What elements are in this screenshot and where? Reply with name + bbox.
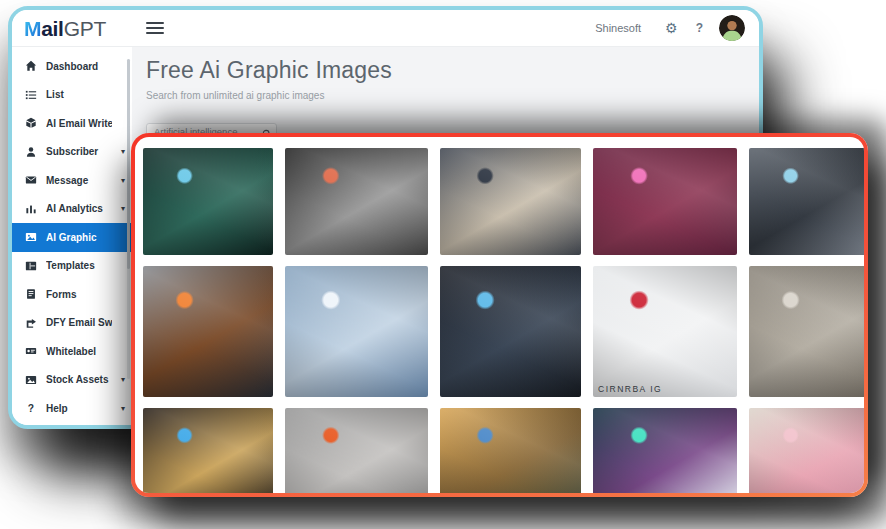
gallery-image-r3c1[interactable] bbox=[143, 408, 273, 493]
page-subtitle: Search from unlimited ai graphic images bbox=[146, 90, 745, 101]
home-icon bbox=[25, 60, 37, 72]
help-icon[interactable]: ? bbox=[696, 21, 703, 35]
sidebar-item-ai-graphic[interactable]: AI Graphic ▾ bbox=[12, 223, 132, 252]
gallery-image-r1c3[interactable] bbox=[440, 148, 581, 255]
gallery-image-r1c1[interactable] bbox=[143, 148, 273, 255]
gallery-overlay: CIRNRBA IG bbox=[131, 133, 868, 497]
sidebar-item-message[interactable]: Message ▾ bbox=[12, 166, 132, 195]
bar-chart-icon bbox=[25, 203, 37, 215]
logo-text-gpt: GPT bbox=[64, 17, 106, 40]
topbar: MailGPT Shinesoft ⚙ ? bbox=[12, 10, 759, 47]
chevron-down-icon: ▾ bbox=[121, 375, 125, 384]
list-icon bbox=[25, 89, 37, 101]
question-icon: ? bbox=[25, 402, 37, 414]
gallery-image-r2c3[interactable] bbox=[440, 266, 581, 397]
chevron-down-icon: ▾ bbox=[121, 147, 125, 156]
gallery-image-r1c5[interactable] bbox=[749, 148, 864, 255]
account-name[interactable]: Shinesoft bbox=[595, 22, 641, 34]
sidebar-item-list[interactable]: List ▾ bbox=[12, 81, 132, 110]
gallery-image-r3c4[interactable] bbox=[593, 408, 737, 493]
gallery-image-r3c5[interactable] bbox=[749, 408, 864, 493]
gallery-image-r2c2[interactable] bbox=[285, 266, 428, 397]
gallery-image-r3c2[interactable] bbox=[285, 408, 428, 493]
page: MailGPT Shinesoft ⚙ ? bbox=[0, 0, 886, 529]
cube-icon bbox=[25, 117, 37, 129]
mailgpt-logo: MailGPT bbox=[24, 18, 130, 39]
chevron-down-icon: ▾ bbox=[121, 176, 125, 185]
envelope-icon bbox=[25, 174, 37, 186]
person-icon bbox=[25, 146, 37, 158]
scrollbar-thumb[interactable] bbox=[127, 59, 130, 269]
sidebar-item-help[interactable]: ? Help ▾ bbox=[12, 394, 132, 423]
sidebar-item-forms[interactable]: Forms ▾ bbox=[12, 280, 132, 309]
settings-gear-icon[interactable]: ⚙ bbox=[665, 21, 678, 35]
page-title: Free Ai Graphic Images bbox=[146, 57, 745, 84]
image-icon bbox=[25, 231, 37, 243]
sidebar-scrollbar[interactable] bbox=[127, 59, 130, 379]
share-icon bbox=[25, 317, 37, 329]
gallery-image-r2c1[interactable] bbox=[143, 266, 273, 397]
sidebar-item-subscriber[interactable]: Subscriber ▾ bbox=[12, 138, 132, 167]
gallery-inner: CIRNRBA IG bbox=[135, 137, 864, 493]
logo-letter-m: M bbox=[24, 17, 41, 40]
sidebar-item-dashboard[interactable]: Dashboard ▾ bbox=[12, 52, 132, 81]
sidebar-nav: Dashboard ▾ List ▾ AI Email Writer ▾ Sub… bbox=[12, 52, 132, 425]
template-icon bbox=[25, 260, 37, 272]
sidebar: Dashboard ▾ List ▾ AI Email Writer ▾ Sub… bbox=[12, 47, 132, 425]
chevron-down-icon: ▾ bbox=[121, 204, 125, 213]
photo-icon bbox=[25, 374, 37, 386]
sidebar-item-bonus[interactable]: Bonus ▾ bbox=[12, 423, 132, 426]
sidebar-item-stock-assets[interactable]: Stock Assets ▾ bbox=[12, 366, 132, 395]
gallery-image-r1c4[interactable] bbox=[593, 148, 737, 255]
gallery-image-r3c3[interactable] bbox=[440, 408, 581, 493]
sidebar-item-ai-analytics[interactable]: AI Analytics ▾ bbox=[12, 195, 132, 224]
svg-text:?: ? bbox=[28, 403, 34, 414]
tile-caption: CIRNRBA IG bbox=[598, 384, 662, 394]
gallery-image-r2c4[interactable]: CIRNRBA IG bbox=[593, 266, 737, 397]
sidebar-item-dfy-email-swipes[interactable]: DFY Email Swipes ▾ bbox=[12, 309, 132, 338]
form-icon bbox=[25, 288, 37, 300]
chevron-down-icon: ▾ bbox=[121, 404, 125, 413]
gallery-image-r2c5[interactable] bbox=[749, 266, 864, 397]
logo-text-ail: ail bbox=[41, 17, 63, 40]
sidebar-item-ai-email-writer[interactable]: AI Email Writer ▾ bbox=[12, 109, 132, 138]
topbar-right: Shinesoft ⚙ ? bbox=[595, 15, 745, 41]
user-avatar[interactable] bbox=[719, 15, 745, 41]
hamburger-menu-icon[interactable] bbox=[146, 22, 164, 34]
badge-icon bbox=[25, 345, 37, 357]
sidebar-item-whitelabel[interactable]: Whitelabel ▾ bbox=[12, 337, 132, 366]
gallery-grid: CIRNRBA IG bbox=[143, 148, 864, 493]
sidebar-item-templates[interactable]: Templates ▾ bbox=[12, 252, 132, 281]
gallery-image-r1c2[interactable] bbox=[285, 148, 428, 255]
